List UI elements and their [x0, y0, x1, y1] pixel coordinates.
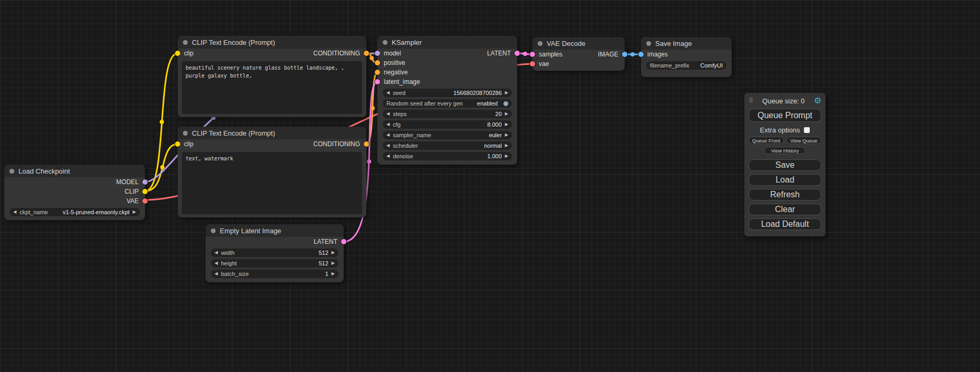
decrement-arrow-icon[interactable]: ◀ — [215, 261, 218, 265]
widget-scheduler[interactable]: ◀ scheduler normal ▶ — [383, 141, 512, 150]
widget-filename-prefix[interactable]: filename_prefix ComfyUI — [646, 61, 726, 70]
drag-handle-icon[interactable]: ⠿ — [749, 97, 753, 104]
decrement-arrow-icon[interactable]: ◀ — [386, 122, 390, 127]
model-input-dot[interactable] — [375, 51, 380, 56]
negative-prompt-textarea[interactable]: text, watermark — [182, 152, 362, 214]
widget-batch-size[interactable]: ◀ batch_size 1 ▶ — [211, 270, 338, 278]
settings-gear-icon[interactable]: ⚙ — [814, 97, 821, 105]
queue-buttons-row: Queue Front View Queue — [749, 137, 821, 144]
node-title-bar[interactable]: Empty Latent Image — [206, 224, 344, 237]
node-title-bar[interactable]: VAE Decode — [532, 37, 625, 50]
latent-output-dot[interactable] — [341, 239, 346, 244]
increment-arrow-icon[interactable]: ▶ — [505, 122, 508, 127]
vae-output-dot[interactable] — [142, 198, 148, 204]
slot-label: positive — [384, 59, 405, 66]
increment-arrow-icon[interactable]: ▶ — [133, 210, 136, 214]
positive-prompt-textarea[interactable]: beautiful scenery nature glass bottle la… — [182, 61, 362, 114]
collapse-dot[interactable] — [183, 131, 188, 136]
output-slot-image: IMAGE — [598, 50, 625, 59]
slot-label: VAE — [127, 197, 139, 205]
widget-value: enabled — [477, 100, 498, 107]
node-vae-decode[interactable]: VAE Decode samples IMAGE vae — [532, 37, 625, 71]
images-input-dot[interactable] — [638, 52, 644, 57]
view-history-button[interactable]: View History — [764, 147, 806, 154]
refresh-button[interactable]: Refresh — [749, 189, 821, 201]
widget-width[interactable]: ◀ width 512 ▶ — [211, 249, 338, 257]
vae-input-dot[interactable] — [530, 61, 535, 66]
collapse-dot[interactable] — [211, 228, 216, 233]
queue-menu-panel: ⠿ Queue size: 0 ⚙ Queue Prompt Extra opt… — [744, 93, 826, 236]
node-load-checkpoint[interactable]: Load Checkpoint MODEL CLIP VAE ◀ ckpt_na… — [4, 165, 145, 220]
clip-input-dot[interactable] — [175, 51, 180, 56]
load-default-button[interactable]: Load Default — [749, 218, 821, 230]
clear-button[interactable]: Clear — [749, 204, 821, 215]
wire-center-dot — [630, 52, 635, 56]
node-title-bar[interactable]: KSampler — [377, 36, 517, 49]
decrement-arrow-icon[interactable]: ◀ — [386, 91, 390, 95]
increment-arrow-icon[interactable]: ▶ — [332, 272, 335, 276]
increment-arrow-icon[interactable]: ▶ — [505, 133, 508, 137]
save-button[interactable]: Save — [749, 159, 821, 171]
widget-seed[interactable]: ◀ seed 156680208700286 ▶ — [383, 89, 512, 97]
collapse-dot[interactable] — [538, 41, 542, 46]
collapse-dot[interactable] — [183, 40, 188, 45]
decrement-arrow-icon[interactable]: ◀ — [386, 112, 390, 116]
widget-sampler-name[interactable]: ◀ sampler_name euler ▶ — [383, 131, 512, 139]
collapse-dot[interactable] — [646, 41, 651, 46]
conditioning-output-dot[interactable] — [364, 141, 369, 147]
decrement-arrow-icon[interactable]: ◀ — [13, 210, 16, 214]
clip-input-dot[interactable] — [175, 141, 180, 147]
load-button[interactable]: Load — [749, 174, 821, 186]
slot-label: clip — [184, 50, 193, 57]
increment-arrow-icon[interactable]: ▶ — [505, 112, 508, 116]
extra-options-checkbox[interactable] — [804, 127, 810, 133]
node-graph-canvas[interactable]: Load Checkpoint MODEL CLIP VAE ◀ ckpt_na… — [0, 0, 980, 372]
collapse-dot[interactable] — [9, 169, 14, 174]
slot-label: clip — [184, 140, 193, 148]
increment-arrow-icon[interactable]: ▶ — [505, 144, 508, 148]
node-title-bar[interactable]: Load Checkpoint — [4, 165, 145, 177]
collapse-dot[interactable] — [383, 40, 387, 45]
output-slot-conditioning: CONDITIONING — [313, 139, 366, 149]
node-ksampler[interactable]: KSampler model LATENT positive negative — [377, 36, 517, 165]
image-output-dot[interactable] — [622, 52, 627, 57]
widget-height[interactable]: ◀ height 512 ▶ — [211, 259, 338, 268]
node-title-bar[interactable]: Save Image — [641, 37, 732, 50]
node-title-bar[interactable]: CLIP Text Encode (Prompt) — [178, 127, 366, 139]
decrement-arrow-icon[interactable]: ◀ — [215, 272, 218, 276]
widget-value: 20 — [496, 111, 502, 117]
samples-input-dot[interactable] — [530, 52, 535, 57]
decrement-arrow-icon[interactable]: ◀ — [386, 154, 390, 158]
negative-input-dot[interactable] — [375, 70, 380, 75]
widget-ckpt-name[interactable]: ◀ ckpt_name v1-5-pruned-emaonly.ckpt ▶ — [9, 208, 140, 216]
latent-output-dot[interactable] — [515, 51, 520, 56]
view-queue-button[interactable]: View Queue — [787, 137, 822, 144]
increment-arrow-icon[interactable]: ▶ — [505, 91, 508, 95]
widget-denoise[interactable]: ◀ denoise 1.000 ▶ — [383, 152, 512, 160]
decrement-arrow-icon[interactable]: ◀ — [386, 133, 390, 137]
model-output-dot[interactable] — [142, 179, 148, 185]
node-clip-text-encode-negative[interactable]: CLIP Text Encode (Prompt) clip CONDITION… — [178, 127, 366, 217]
latent-image-input-dot[interactable] — [375, 79, 380, 84]
increment-arrow-icon[interactable]: ▶ — [332, 261, 335, 265]
queue-front-button[interactable]: Queue Front — [749, 137, 784, 144]
widget-steps[interactable]: ◀ steps 20 ▶ — [383, 110, 512, 118]
node-clip-text-encode-positive[interactable]: CLIP Text Encode (Prompt) clip CONDITION… — [178, 36, 366, 117]
increment-arrow-icon[interactable]: ▶ — [505, 154, 508, 158]
slot-label: samples — [539, 51, 562, 58]
slot-label: negative — [384, 69, 407, 76]
toggle-dot[interactable] — [503, 101, 508, 106]
node-empty-latent-image[interactable]: Empty Latent Image LATENT ◀ width 512 ▶ … — [206, 224, 344, 282]
node-save-image[interactable]: Save Image images filename_prefix ComfyU… — [641, 37, 732, 77]
decrement-arrow-icon[interactable]: ◀ — [215, 251, 218, 255]
extra-options-label: Extra options — [760, 126, 800, 134]
conditioning-output-dot[interactable] — [364, 51, 369, 56]
decrement-arrow-icon[interactable]: ◀ — [386, 144, 390, 148]
clip-output-dot[interactable] — [142, 189, 148, 194]
increment-arrow-icon[interactable]: ▶ — [332, 251, 335, 255]
node-title-bar[interactable]: CLIP Text Encode (Prompt) — [178, 36, 366, 49]
queue-prompt-button[interactable]: Queue Prompt — [749, 109, 821, 122]
positive-input-dot[interactable] — [375, 60, 380, 65]
widget-random-seed-toggle[interactable]: Random seed after every gen enabled — [383, 99, 512, 108]
widget-cfg[interactable]: ◀ cfg 8.000 ▶ — [383, 120, 512, 129]
